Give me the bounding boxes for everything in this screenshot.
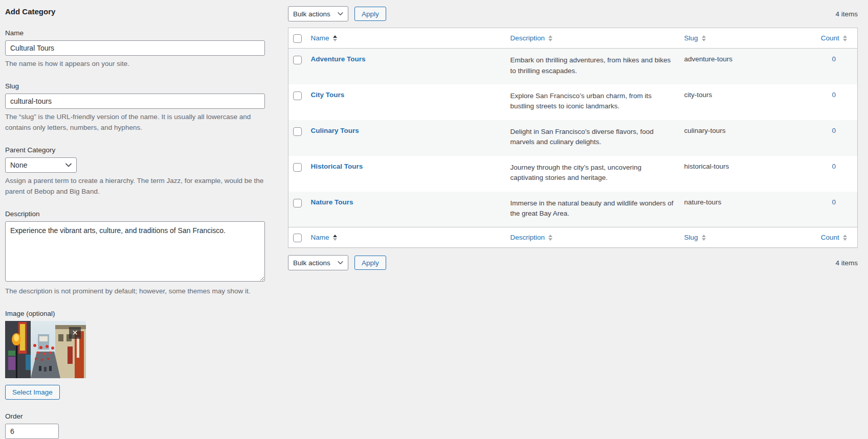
categories-table: Name Description Slug — [288, 28, 858, 248]
category-count-link[interactable]: 0 — [832, 91, 836, 99]
category-slug: nature-tours — [679, 192, 811, 227]
sort-arrows-icon — [333, 35, 337, 41]
description-help-text: The description is not prominent by defa… — [5, 286, 265, 297]
row-checkbox[interactable] — [293, 199, 302, 207]
sort-by-slug-link[interactable]: Slug — [684, 234, 706, 241]
bulk-actions-select-bottom[interactable]: Bulk actions — [288, 255, 348, 270]
order-label: Order — [5, 412, 265, 420]
select-all-checkbox-top[interactable] — [293, 34, 302, 43]
sort-by-count-link[interactable]: Count — [821, 234, 847, 241]
column-header-slug-label: Slug — [684, 34, 698, 42]
sort-arrows-icon — [843, 35, 847, 41]
categories-list-panel: Bulk actions Apply 4 items Name — [288, 5, 858, 439]
order-input[interactable] — [5, 424, 59, 439]
column-header-description: Description — [505, 28, 679, 49]
column-footer-slug-label: Slug — [684, 234, 698, 241]
slug-field-group: Slug The “slug” is the URL-friendly vers… — [5, 82, 265, 133]
category-slug: historical-tours — [679, 156, 811, 192]
image-label: Image (optional) — [5, 310, 265, 317]
column-header-count: Count — [811, 28, 858, 49]
table-row: City Tours Explore San Francisco’s urban… — [288, 84, 858, 120]
description-textarea[interactable]: Experience the vibrant arts, culture, an… — [5, 221, 265, 282]
column-header-name-label: Name — [311, 34, 329, 42]
name-label: Name — [5, 29, 265, 37]
category-name-link[interactable]: Culinary Tours — [311, 127, 359, 134]
add-category-page: Add Category Name The name is how it app… — [0, 0, 868, 439]
column-footer-slug: Slug — [679, 227, 811, 248]
table-row: Nature Tours Immerse in the natural beau… — [288, 192, 858, 227]
add-category-form: Add Category Name The name is how it app… — [5, 5, 265, 439]
page-title: Add Category — [5, 7, 265, 16]
name-input[interactable] — [5, 40, 265, 56]
category-description: Journey through the city’s past, uncover… — [505, 156, 679, 192]
column-footer-count-label: Count — [821, 234, 839, 241]
category-slug: culinary-tours — [679, 120, 811, 156]
bulk-actions-select-top[interactable]: Bulk actions — [288, 6, 348, 21]
row-checkbox[interactable] — [293, 56, 302, 64]
category-count-link[interactable]: 0 — [832, 163, 836, 170]
sort-by-count-link[interactable]: Count — [821, 34, 847, 42]
order-field-group: Order — [5, 412, 265, 439]
sort-by-description-link[interactable]: Description — [510, 234, 553, 241]
category-slug: adventure-tours — [679, 49, 811, 84]
sort-arrows-icon — [333, 235, 337, 241]
image-field-group: Image (optional) — [5, 310, 265, 439]
sort-arrows-icon — [702, 235, 706, 241]
table-row: Historical Tours Journey through the cit… — [288, 156, 858, 192]
category-count-link[interactable]: 0 — [832, 127, 836, 134]
parent-category-help-text: Assign a parent term to create a hierarc… — [5, 176, 265, 197]
apply-button-bottom[interactable]: Apply — [354, 256, 386, 270]
column-footer-description: Description — [505, 227, 679, 248]
select-all-checkbox-bottom[interactable] — [293, 234, 302, 242]
sort-arrows-icon — [548, 235, 552, 241]
row-checkbox[interactable] — [293, 91, 302, 100]
parent-category-field-group: Parent Category None Assign a parent ter… — [5, 146, 265, 197]
top-toolbar: Bulk actions Apply 4 items — [288, 6, 858, 21]
slug-label: Slug — [5, 82, 265, 90]
category-name-link[interactable]: City Tours — [311, 91, 345, 99]
close-icon[interactable]: ✕ — [69, 327, 81, 339]
category-name-link[interactable]: Nature Tours — [311, 198, 353, 206]
table-header: Name Description Slug — [288, 28, 858, 49]
apply-button-top[interactable]: Apply — [354, 7, 386, 21]
category-description: Explore San Francisco’s urban charm, fro… — [505, 84, 679, 120]
category-description: Embark on thrilling adventures, from hik… — [505, 49, 679, 84]
sort-by-description-link[interactable]: Description — [510, 34, 553, 42]
name-field-group: Name The name is how it appears on your … — [5, 29, 265, 70]
category-count-link[interactable]: 0 — [832, 55, 836, 63]
select-image-button[interactable]: Select Image — [5, 385, 60, 400]
table-footer: Name Description Slug — [288, 227, 858, 248]
row-checkbox[interactable] — [293, 127, 302, 136]
slug-help-text: The “slug” is the URL-friendly version o… — [5, 112, 265, 133]
category-slug: city-tours — [679, 84, 811, 120]
sort-arrows-icon — [548, 35, 552, 41]
column-footer-name-label: Name — [311, 234, 329, 241]
column-header-description-label: Description — [510, 34, 545, 42]
column-footer-name: Name — [306, 227, 505, 248]
parent-category-select[interactable]: None — [5, 157, 77, 173]
category-description: Immerse in the natural beauty and wildli… — [505, 192, 679, 227]
items-count-top: 4 items — [835, 10, 858, 18]
sort-by-name-link[interactable]: Name — [311, 234, 337, 241]
category-name-link[interactable]: Historical Tours — [311, 163, 363, 170]
sort-arrows-icon — [702, 35, 706, 41]
table-row: Adventure Tours Embark on thrilling adve… — [288, 49, 858, 84]
category-description: Delight in San Francisco’s diverse flavo… — [505, 120, 679, 156]
sort-by-slug-link[interactable]: Slug — [684, 34, 706, 42]
description-field-group: Description Experience the vibrant arts,… — [5, 210, 265, 297]
sort-arrows-icon — [843, 235, 847, 241]
column-header-name: Name — [306, 28, 505, 49]
column-footer-description-label: Description — [510, 234, 545, 241]
name-help-text: The name is how it appears on your site. — [5, 59, 265, 70]
sort-by-name-link[interactable]: Name — [311, 34, 337, 42]
bottom-toolbar: Bulk actions Apply 4 items — [288, 255, 858, 270]
category-count-link[interactable]: 0 — [832, 198, 836, 206]
slug-input[interactable] — [5, 94, 265, 109]
category-image-thumbnail: ✕ — [5, 321, 86, 378]
column-header-count-label: Count — [821, 34, 839, 42]
row-checkbox[interactable] — [293, 163, 302, 172]
category-name-link[interactable]: Adventure Tours — [311, 55, 366, 63]
parent-category-label: Parent Category — [5, 146, 265, 154]
description-label: Description — [5, 210, 265, 218]
table-row: Culinary Tours Delight in San Francisco’… — [288, 120, 858, 156]
